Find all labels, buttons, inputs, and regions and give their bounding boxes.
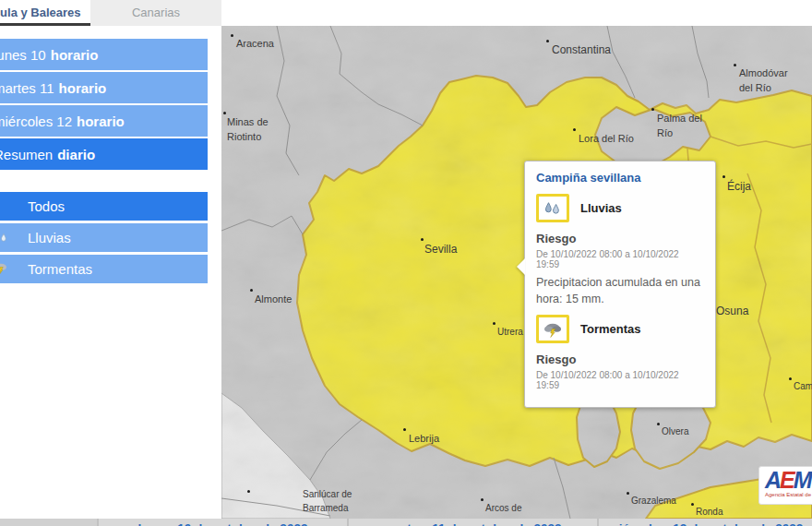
map-label: Lora del Río <box>579 132 634 147</box>
map-label: Almonte <box>255 293 292 307</box>
date-segment[interactable]: lunes, 10 de octubre de 2022 <box>97 519 347 526</box>
region-tabbar: Península y Baleares Canarias <box>0 0 221 26</box>
sidebar-day-buttons: lunes 10horariomartes 11horariomiércoles… <box>0 39 208 172</box>
map-label: Grazalema <box>631 495 676 508</box>
tab-canarias[interactable]: Canarias <box>90 0 221 26</box>
sidebar-day-button[interactable]: Resumendiario <box>0 138 208 170</box>
city-dot <box>734 64 736 66</box>
storm-icon <box>0 261 9 276</box>
map-label: Osuna <box>716 304 748 319</box>
warning-detail: Precipitacion acumulada en una hora: 15 … <box>536 275 704 307</box>
city-dot <box>789 377 792 380</box>
city-dot <box>231 34 233 37</box>
tab-peninsula-baleares[interactable]: Península y Baleares <box>0 0 90 26</box>
city-dot <box>546 40 549 42</box>
warning-level: Riesgo <box>536 232 704 245</box>
sidebar-day-button[interactable]: miércoles 12horario <box>0 105 208 137</box>
city-dot <box>691 503 694 506</box>
city-dot <box>651 108 654 111</box>
date-segment[interactable]: martes, 11 de octubre de 2022 <box>347 519 597 526</box>
aemet-logo: AEM Agencia Estatal de Me <box>758 466 812 505</box>
rain-icon <box>0 230 9 245</box>
aemet-logo-subtext: Agencia Estatal de Me <box>765 492 812 497</box>
city-dot <box>403 428 406 431</box>
city-dot <box>493 322 496 325</box>
map-label: Olvera <box>662 425 688 439</box>
warning-level: Riesgo <box>536 353 704 366</box>
city-dot <box>722 175 725 178</box>
map-label: Cam <box>794 380 812 394</box>
city-dot <box>250 289 253 292</box>
popup-arrow <box>517 258 525 275</box>
map-label: Utrera <box>497 326 523 340</box>
sidebar-filter-buttons: TodosLluviasTormentas <box>0 192 208 286</box>
warning-type: Tormentas <box>580 322 641 336</box>
warning-period: De 10/10/2022 08:00 a 10/10/2022 19:59 <box>536 370 704 390</box>
city-dot <box>223 112 226 114</box>
map-label: Almodóvardel Río <box>739 66 788 96</box>
map-label: Ronda <box>696 506 722 519</box>
sidebar-day-button[interactable]: lunes 10horario <box>0 39 208 70</box>
warning-row-lluvias: Lluvias <box>536 194 704 222</box>
sidebar-filter-todos[interactable]: Todos <box>0 192 208 221</box>
city-dot <box>247 490 250 493</box>
map-label: Palma delRío <box>657 112 702 141</box>
map-label: Sanlúcar deBarrameda <box>303 488 352 515</box>
sidebar-filter-tormentas[interactable]: Tormentas <box>0 255 208 283</box>
map-label: Arcos de <box>485 502 521 516</box>
popup-title: Campiña sevillana <box>536 171 704 185</box>
date-bar: lunes, 10 de octubre de 2022martes, 11 d… <box>0 519 812 526</box>
aemet-logo-letters: AEM <box>765 468 812 492</box>
city-dot <box>573 128 576 131</box>
sidebar-filter-lluvias[interactable]: Lluvias <box>0 223 208 252</box>
storm-icon <box>536 315 569 343</box>
map-label: Écija <box>727 179 751 195</box>
city-dot <box>657 423 660 425</box>
warning-row-tormentas: Tormentas <box>536 315 704 343</box>
map-label: Sevilla <box>424 242 457 257</box>
map-label: Constantina <box>552 42 611 58</box>
aemet-warning-page: Península y Baleares Canarias lunes 10ho… <box>0 0 812 526</box>
city-dot <box>421 238 424 241</box>
rain-icon <box>536 194 569 222</box>
city-dot <box>481 498 484 501</box>
map-label: Minas deRiotinto <box>227 115 269 145</box>
map-label: Lebrija <box>409 432 439 447</box>
sidebar-day-button[interactable]: martes 11horario <box>0 72 208 103</box>
date-segment[interactable]: miércoles, 12 de octubre de 2022 <box>597 519 812 526</box>
date-segment[interactable] <box>0 519 97 526</box>
map-label: Aracena <box>236 37 274 52</box>
warning-type: Lluvias <box>580 201 622 215</box>
city-dot <box>627 492 629 495</box>
warning-popup: Campiña sevillana Lluvias Riesgo De 10/1… <box>524 161 716 408</box>
warning-period: De 10/10/2022 08:00 a 10/10/2022 19:59 <box>536 249 704 269</box>
